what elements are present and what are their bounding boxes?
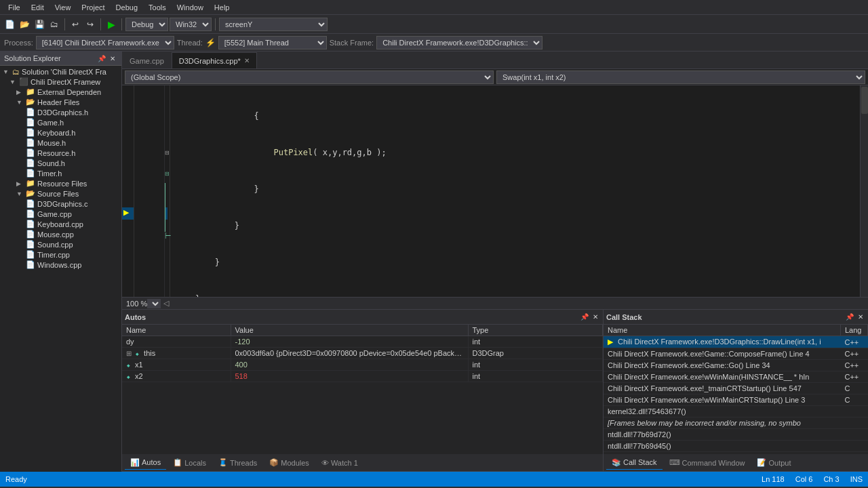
tree-label-timerh: Timer.h: [37, 169, 62, 178]
code-editor[interactable]: ▶: [122, 85, 868, 297]
tree-item-timer-h[interactable]: 📄 Timer.h: [0, 168, 121, 178]
cs-row-8[interactable]: ntdll.dll!77b69d72(): [604, 429, 868, 441]
cs-tab-label: Call Stack: [623, 458, 657, 466]
sep3: [121, 18, 122, 30]
tree-label-soundh: Sound.h: [37, 159, 65, 167]
row-dy-name: dy: [122, 336, 231, 348]
tree-item-windows-cpp[interactable]: 📄 Windows.cpp: [0, 260, 121, 270]
zoom-dropdown[interactable]: ▼: [147, 299, 161, 308]
code-content[interactable]: { PutPixel( x,y,rd,g,b ); } } } } void S…: [170, 85, 860, 297]
tree-item-source-folder[interactable]: ▼ 📂 Source Files: [0, 188, 121, 199]
row-this-value: 0x003df6a0 {pDirect3D=0x00970800 pDevice…: [231, 348, 468, 359]
tree-item-resource-h[interactable]: 📄 Resource.h: [0, 148, 121, 158]
file-icon-game-h: 📄: [26, 118, 35, 127]
output-tab-icon: 📝: [757, 458, 766, 467]
menu-tools[interactable]: Tools: [143, 2, 172, 13]
tree-item-game-cpp[interactable]: 📄 Game.cpp: [0, 209, 121, 219]
tree-item-game-h[interactable]: 📄 Game.h: [0, 117, 121, 127]
tree-item-keyboard-h[interactable]: 📄 Keyboard.h: [0, 127, 121, 138]
tree-label-gameh: Game.h: [37, 119, 64, 127]
editor-vscrollbar[interactable]: [860, 85, 868, 297]
scope-right-dropdown[interactable]: Swap(int x1, int x2): [496, 70, 865, 84]
tree-item-project[interactable]: ▼ ⬛ Chili DirectX Framew: [0, 77, 121, 87]
tab-watch1[interactable]: 👁 Watch 1: [316, 457, 363, 469]
tab-d3dgraphics-cpp[interactable]: D3DGraphics.cpp* ✕: [172, 52, 257, 68]
cs-row-6[interactable]: kernel32.dll!75463677(): [604, 406, 868, 418]
new-btn[interactable]: 📄: [3, 18, 16, 31]
target-dropdown[interactable]: screenY: [219, 18, 328, 31]
col-name: Name: [122, 325, 231, 336]
cs-row-1[interactable]: Chili DirectX Framework.exe!Game::Compos…: [604, 348, 868, 360]
scroll-left-btn[interactable]: ◁: [163, 299, 169, 308]
tab-call-stack[interactable]: 📚 Call Stack: [606, 456, 663, 470]
open-btn[interactable]: 📂: [18, 18, 31, 31]
status-col: Col 6: [795, 475, 813, 483]
platform-dropdown[interactable]: Win32: [170, 18, 212, 31]
cs-pin-btn[interactable]: 📌: [845, 312, 854, 322]
solution-explorer-pin-btn[interactable]: 📌: [97, 54, 106, 63]
cs-name-6: kernel32.dll!75463677(): [604, 406, 841, 418]
main-toolbar: 📄 📂 💾 🗂 ↩ ↪ ▶ Debug Win32 screenY: [0, 15, 868, 34]
tab-locals[interactable]: 📋 Locals: [167, 456, 212, 469]
menu-debug[interactable]: Debug: [111, 2, 143, 13]
redo-btn[interactable]: ↪: [83, 18, 97, 31]
file-icon-timer-h: 📄: [26, 169, 35, 178]
tab-autos[interactable]: 📊 Autos: [125, 456, 166, 470]
menu-view[interactable]: View: [50, 2, 77, 13]
tree-label-source-folder: Source Files: [37, 190, 79, 198]
save-all-btn[interactable]: 🗂: [47, 18, 61, 31]
tree-item-sound-cpp[interactable]: 📄 Sound.cpp: [0, 239, 121, 249]
thread-dropdown[interactable]: [5552] Main Thread: [218, 36, 327, 49]
cs-row-9[interactable]: ntdll.dll!77b69d45(): [604, 441, 868, 452]
start-debug-btn[interactable]: ▶: [104, 18, 118, 31]
tab-threads[interactable]: 🧵 Threads: [213, 456, 262, 469]
cs-row-3[interactable]: Chili DirectX Framework.exe!wWinMain(HIN…: [604, 371, 868, 383]
save-btn[interactable]: 💾: [33, 18, 46, 31]
tree-item-d3dgraphics-h[interactable]: 📄 D3DGraphics.h: [0, 107, 121, 117]
scope-left-dropdown[interactable]: (Global Scope): [125, 70, 494, 84]
status-ch: Ch 3: [823, 475, 839, 483]
cs-close-btn[interactable]: ✕: [856, 312, 865, 322]
tree-item-keyboard-cpp[interactable]: 📄 Keyboard.cpp: [0, 219, 121, 229]
project-icon: ⬛: [19, 77, 28, 86]
tab-modules[interactable]: 📦 Modules: [264, 456, 315, 469]
tree-item-header-folder[interactable]: ▼ 📂 Header Files: [0, 97, 121, 107]
cs-row-0[interactable]: ▶ Chili DirectX Framework.exe!D3DGraphic…: [604, 336, 868, 348]
debug-mode-dropdown[interactable]: Debug: [125, 18, 168, 31]
menu-project[interactable]: Project: [76, 2, 110, 13]
tree-item-timer-cpp[interactable]: 📄 Timer.cpp: [0, 249, 121, 260]
autos-tab-bar: 📊 Autos 📋 Locals 🧵 Threads 📦 Modules: [122, 454, 603, 472]
threads-tab-label: Threads: [230, 459, 257, 467]
tree-item-mouse-cpp[interactable]: 📄 Mouse.cpp: [0, 229, 121, 239]
tree-label-soundcpp: Sound.cpp: [37, 241, 73, 249]
solution-explorer: Solution Explorer 📌 ✕ ▼ 🗂 Solution 'Chil…: [0, 52, 122, 472]
tree-item-resource-folder[interactable]: ▶ 📁 Resource Files: [0, 178, 121, 188]
stackframe-dropdown[interactable]: Chili DirectX Framework.exe!D3DGraphics:…: [376, 36, 542, 49]
menu-file[interactable]: File: [3, 2, 26, 13]
tree-item-sound-h[interactable]: 📄 Sound.h: [0, 158, 121, 168]
solution-explorer-close-btn[interactable]: ✕: [108, 54, 117, 63]
autos-tab-label: Autos: [142, 458, 161, 466]
autos-close-btn[interactable]: ✕: [591, 312, 600, 322]
tab-output[interactable]: 📝 Output: [751, 456, 796, 469]
tree-arrow-header: ▼: [16, 99, 26, 106]
tab-d3d-close[interactable]: ✕: [244, 57, 250, 64]
cs-row-2[interactable]: Chili DirectX Framework.exe!Game::Go() L…: [604, 360, 868, 371]
menu-edit[interactable]: Edit: [26, 2, 50, 13]
tab-game-cpp[interactable]: Game.cpp: [122, 52, 172, 68]
tree-item-mouse-h[interactable]: 📄 Mouse.h: [0, 138, 121, 148]
undo-btn[interactable]: ↩: [68, 18, 82, 31]
menu-window[interactable]: Window: [172, 2, 209, 13]
cs-lang-2: C++: [841, 360, 868, 371]
process-dropdown[interactable]: [6140] Chili DirectX Framework.exe: [36, 36, 174, 49]
tree-item-solution[interactable]: ▼ 🗂 Solution 'Chili DirectX Fra: [0, 67, 121, 77]
file-icon-d3dc: 📄: [26, 199, 35, 208]
cs-row-5[interactable]: Chili DirectX Framework.exe!wWinMainCRTS…: [604, 394, 868, 406]
cs-row-4[interactable]: Chili DirectX Framework.exe!_tmainCRTSta…: [604, 383, 868, 394]
status-ins: INS: [850, 475, 863, 483]
tree-item-ext-dep[interactable]: ▶ 📁 External Dependen: [0, 87, 121, 97]
tree-item-d3dgraphics-c[interactable]: 📄 D3DGraphics.c: [0, 199, 121, 209]
autos-pin-btn[interactable]: 📌: [580, 312, 589, 322]
tab-command-window[interactable]: ⌨ Command Window: [664, 456, 751, 469]
menu-help[interactable]: Help: [209, 2, 235, 13]
